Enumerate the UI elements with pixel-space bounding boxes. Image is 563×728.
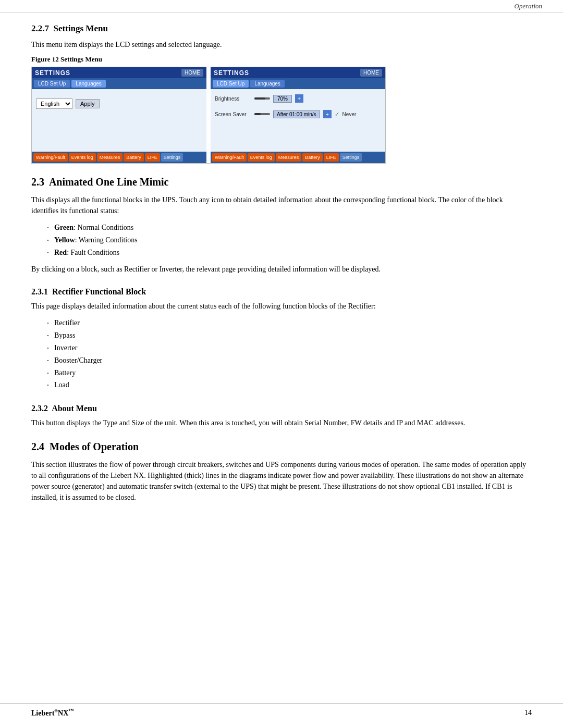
lcd-left-bottom-nav: Warning/Fault Events log Measures Batter… bbox=[32, 152, 206, 163]
lcd-right-nav-warningfault[interactable]: Warning/Fault bbox=[212, 153, 247, 162]
lcd-left-content: English Apply bbox=[32, 89, 206, 152]
language-select-row: English Apply bbox=[36, 98, 202, 109]
section-232: 2.3.2 About Menu This button displays th… bbox=[31, 404, 532, 428]
section-232-heading: 2.3.2 About Menu bbox=[31, 404, 532, 413]
bullet-booster-charger: Booster/Charger bbox=[47, 354, 532, 367]
lcd-right-title: SETTINGS bbox=[214, 69, 249, 77]
bullet-inverter: Inverter bbox=[47, 342, 532, 354]
lcd-right-bottom-nav: Warning/Fault Events log Measures Batter… bbox=[211, 152, 385, 163]
lcd-right-nav-battery[interactable]: Battery bbox=[302, 153, 323, 162]
section-232-description: This button displays the Type and Size o… bbox=[31, 417, 532, 428]
section-24-number: 2.4 bbox=[31, 441, 44, 452]
section-227: 2.2.7 Settings Menu This menu item displ… bbox=[31, 23, 532, 164]
lcd-right-home-button[interactable]: HOME bbox=[360, 69, 382, 77]
section-231-heading: 2.3.1 Rectifier Functional Block bbox=[31, 287, 532, 297]
brightness-plus-button[interactable]: + bbox=[295, 94, 303, 103]
lcd-panel-left: SETTINGS HOME LCD Set Up Languages Engli… bbox=[32, 67, 206, 163]
section-23-number: 2.3 bbox=[31, 176, 44, 188]
section-227-heading: 2.2.7 Settings Menu bbox=[31, 23, 532, 34]
check-icon: ✓ bbox=[335, 111, 339, 118]
footer-brand-name: Liebert bbox=[31, 709, 54, 717]
screensaver-row: Screen Saver After 01:00 min/s + ✓ Never bbox=[215, 110, 381, 118]
bullet-rectifier: Rectifier bbox=[47, 317, 532, 329]
lcd-right-topbar: SETTINGS HOME bbox=[211, 67, 385, 78]
section-23: 2.3 Animated One Line Mimic This display… bbox=[31, 176, 532, 275]
lcd-left-nav-life[interactable]: LIFE bbox=[145, 153, 160, 162]
brightness-slider[interactable] bbox=[254, 97, 270, 100]
lcd-right-tab-lcdsetup[interactable]: LCD Set Up bbox=[213, 80, 249, 88]
page-footer: Liebert®NX™ 14 bbox=[0, 703, 563, 718]
language-select[interactable]: English bbox=[36, 98, 72, 109]
bullet-red: Red: Fault Conditions bbox=[47, 246, 532, 259]
figure-settings-menu: SETTINGS HOME LCD Set Up Languages Engli… bbox=[31, 67, 386, 164]
section-23-title: Animated One Line Mimic bbox=[49, 176, 168, 188]
header-section-label: Operation bbox=[515, 2, 542, 10]
lcd-left-nav-warningfault[interactable]: Warning/Fault bbox=[33, 153, 68, 162]
lcd-panel-right: SETTINGS HOME LCD Set Up Languages Brigh… bbox=[211, 67, 385, 163]
footer-page-number: 14 bbox=[524, 709, 532, 717]
lcd-left-topbar: SETTINGS HOME bbox=[32, 67, 206, 78]
screensaver-value: After 01:00 min/s bbox=[273, 110, 320, 118]
lcd-right-tab-languages[interactable]: Languages bbox=[250, 80, 285, 88]
section-231-number: 2.3.1 bbox=[31, 287, 48, 296]
lcd-right-nav-measures[interactable]: Measures bbox=[276, 153, 302, 162]
apply-button[interactable]: Apply bbox=[76, 99, 100, 108]
lcd-left-home-button[interactable]: HOME bbox=[181, 69, 203, 77]
bullet-load: Load bbox=[47, 379, 532, 391]
never-label: Never bbox=[342, 112, 357, 117]
lcd-left-nav-settings[interactable]: Settings bbox=[161, 153, 183, 162]
lcd-left-title: SETTINGS bbox=[35, 69, 70, 77]
bullet-battery: Battery bbox=[47, 367, 532, 379]
page-content: 2.2.7 Settings Menu This menu item displ… bbox=[0, 13, 563, 547]
section-232-number: 2.3.2 bbox=[31, 404, 48, 413]
lcd-right-nav-life[interactable]: LIFE bbox=[324, 153, 339, 162]
lcd-right-nav-settings[interactable]: Settings bbox=[340, 153, 362, 162]
footer-brand-model: NX bbox=[58, 709, 68, 717]
section-23-extra-text: By clicking on a block, such as Rectifie… bbox=[31, 264, 532, 275]
section-24: 2.4 Modes of Operation This section illu… bbox=[31, 441, 532, 503]
section-231-bullets: Rectifier Bypass Inverter Booster/Charge… bbox=[47, 317, 532, 391]
brightness-value: 70% bbox=[273, 95, 292, 103]
section-231-description: This page displays detailed information … bbox=[31, 301, 532, 312]
lcd-left-nav-eventslog[interactable]: Events log bbox=[69, 153, 96, 162]
brightness-label: Brightness bbox=[215, 96, 251, 102]
section-23-bullets: Green: Normal Conditions Yellow: Warning… bbox=[47, 221, 532, 258]
section-23-heading: 2.3 Animated One Line Mimic bbox=[31, 176, 532, 188]
lcd-right-tabbar: LCD Set Up Languages bbox=[211, 78, 385, 89]
lcd-left-tabbar: LCD Set Up Languages bbox=[32, 78, 206, 89]
lcd-left-nav-measures[interactable]: Measures bbox=[97, 153, 123, 162]
screensaver-label: Screen Saver bbox=[215, 112, 251, 117]
lcd-right-nav-eventslog[interactable]: Events log bbox=[248, 153, 275, 162]
lcd-left-tab-lcdsetup[interactable]: LCD Set Up bbox=[34, 80, 70, 88]
footer-brand: Liebert®NX™ bbox=[31, 708, 74, 718]
figure-label: Figure 12 Settings Menu bbox=[31, 55, 532, 64]
section-227-title: Settings Menu bbox=[54, 23, 108, 33]
footer-brand-tm: ™ bbox=[68, 708, 74, 713]
lcd-left-nav-battery[interactable]: Battery bbox=[124, 153, 144, 162]
lcd-left-tab-languages[interactable]: Languages bbox=[71, 80, 106, 88]
section-231: 2.3.1 Rectifier Functional Block This pa… bbox=[31, 287, 532, 391]
section-227-description: This menu item displays the LCD settings… bbox=[31, 39, 532, 50]
screensaver-plus-button[interactable]: + bbox=[323, 110, 332, 118]
section-24-title: Modes of Operation bbox=[50, 441, 139, 452]
bullet-green: Green: Normal Conditions bbox=[47, 221, 532, 234]
header-bar: Operation bbox=[0, 0, 563, 13]
section-24-heading: 2.4 Modes of Operation bbox=[31, 441, 532, 453]
brightness-row: Brightness 70% + bbox=[215, 94, 381, 103]
bullet-bypass: Bypass bbox=[47, 329, 532, 342]
screensaver-slider[interactable] bbox=[254, 113, 270, 115]
bullet-yellow: Yellow: Warning Conditions bbox=[47, 234, 532, 246]
section-231-title: Rectifier Functional Block bbox=[52, 287, 146, 296]
section-24-description: This section illustrates the flow of pow… bbox=[31, 459, 532, 503]
section-232-title: About Menu bbox=[52, 404, 97, 413]
lcd-right-content: Brightness 70% + Screen Saver After 0 bbox=[211, 89, 385, 152]
section-23-description: This displays all the functional blocks … bbox=[31, 194, 532, 216]
section-227-number: 2.2.7 bbox=[31, 23, 49, 33]
